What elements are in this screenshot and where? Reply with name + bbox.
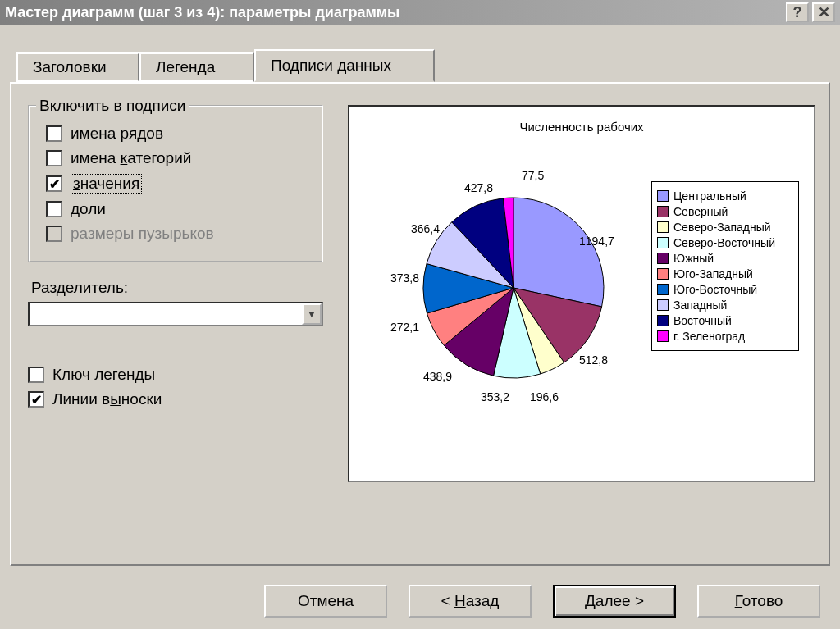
chart-preview: Численность рабочих 1194,7512,8196,6353,… <box>348 105 815 482</box>
help-button[interactable]: ? <box>786 2 809 22</box>
window-title: Мастер диаграмм (шаг 3 из 4): параметры … <box>5 4 783 21</box>
legend-swatch <box>657 268 669 280</box>
back-button[interactable]: < Назад <box>409 585 532 618</box>
legend-swatch <box>657 237 669 248</box>
slice-label: 77,5 <box>522 169 544 182</box>
cancel-button[interactable]: Отмена <box>264 585 387 618</box>
chart-area: 1194,7512,8196,6353,2438,9272,1373,8366,… <box>358 148 806 444</box>
legend-row: Северный <box>657 205 793 218</box>
combo-input[interactable] <box>30 303 302 325</box>
legend-label: Северо-Восточный <box>673 236 775 249</box>
button-row: Отмена < Назад Далее > Готово <box>0 585 840 618</box>
legend-swatch <box>657 284 669 295</box>
close-button[interactable]: ✕ <box>812 2 835 22</box>
tab-strip: Заголовки Легенда Подписи данных <box>16 49 830 82</box>
legend-label: Юго-Восточный <box>673 283 757 296</box>
slice-label: 272,1 <box>390 321 419 334</box>
option-label: доли <box>71 200 106 218</box>
checkbox[interactable] <box>46 150 62 166</box>
option-percentages[interactable]: доли <box>46 200 310 218</box>
chart-legend: ЦентральныйСеверныйСеверо-ЗападныйСеверо… <box>651 181 799 351</box>
legend-row: Юго-Восточный <box>657 283 793 296</box>
dialog-body: Заголовки Легенда Подписи данных Включит… <box>0 25 840 576</box>
chart-title: Численность рабочих <box>358 120 806 134</box>
option-category-names[interactable]: имена категорий <box>46 149 310 167</box>
legend-label: Южный <box>673 252 714 265</box>
legend-label: Западный <box>673 299 727 312</box>
group-title: Включить в подписи <box>36 97 189 115</box>
legend-label: Центральный <box>673 189 746 203</box>
legend-swatch <box>657 299 669 311</box>
slice-label: 427,8 <box>464 181 493 194</box>
legend-row: г. Зеленоград <box>657 330 793 343</box>
legend-swatch <box>657 315 669 326</box>
legend-label: г. Зеленоград <box>673 330 745 343</box>
separator-combo[interactable] <box>28 302 323 326</box>
option-series-names[interactable]: имена рядов <box>46 125 310 143</box>
legend-swatch <box>657 190 669 202</box>
next-button[interactable]: Далее > <box>553 585 676 618</box>
tab-data-labels[interactable]: Подписи данных <box>254 49 435 82</box>
legend-label: Юго-Западный <box>673 267 753 280</box>
checkbox-disabled <box>46 226 62 242</box>
checkbox[interactable] <box>28 367 44 383</box>
tab-titles[interactable]: Заголовки <box>16 52 139 82</box>
option-values[interactable]: ✔ значения <box>46 174 310 194</box>
slice-label: 366,4 <box>411 222 440 235</box>
slice-label: 373,8 <box>390 271 419 285</box>
slice-label: 438,9 <box>423 370 452 383</box>
checkbox-checked[interactable]: ✔ <box>28 391 44 408</box>
legend-row: Северо-Восточный <box>657 236 793 249</box>
legend-swatch <box>657 206 669 217</box>
legend-label: Восточный <box>673 314 732 327</box>
legend-swatch <box>657 330 669 342</box>
slice-label: 512,8 <box>579 353 608 367</box>
slice-label: 353,2 <box>481 390 509 403</box>
option-label: значения <box>71 174 142 194</box>
option-label: имена рядов <box>71 125 163 143</box>
legend-row: Восточный <box>657 314 793 327</box>
titlebar: Мастер диаграмм (шаг 3 из 4): параметры … <box>0 0 840 25</box>
option-label: размеры пузырьков <box>71 225 214 243</box>
legend-label: Северо-Западный <box>673 221 771 234</box>
legend-swatch <box>657 253 669 264</box>
include-labels-group: Включить в подписи имена рядов имена кат… <box>28 105 323 262</box>
option-bubble-sizes: размеры пузырьков <box>46 225 310 243</box>
option-label: Линии выноски <box>52 390 162 408</box>
checkbox[interactable] <box>46 125 62 142</box>
legend-swatch <box>657 221 669 233</box>
checkbox-checked[interactable]: ✔ <box>46 175 62 192</box>
legend-row: Северо-Западный <box>657 221 793 234</box>
tab-panel: Включить в подписи имена рядов имена кат… <box>10 82 830 566</box>
combo-dropdown-button[interactable] <box>302 303 322 325</box>
legend-row: Юго-Западный <box>657 267 793 280</box>
finish-button[interactable]: Готово <box>697 585 820 618</box>
checkbox[interactable] <box>46 201 62 217</box>
slice-label: 196,6 <box>530 390 559 403</box>
legend-label: Северный <box>673 205 728 218</box>
tab-legend[interactable]: Легенда <box>139 52 254 82</box>
option-label: Ключ легенды <box>52 366 155 384</box>
legend-row: Центральный <box>657 189 793 203</box>
slice-label: 1194,7 <box>579 235 614 248</box>
legend-row: Западный <box>657 299 793 312</box>
legend-row: Южный <box>657 252 793 265</box>
option-label: имена категорий <box>71 149 191 167</box>
